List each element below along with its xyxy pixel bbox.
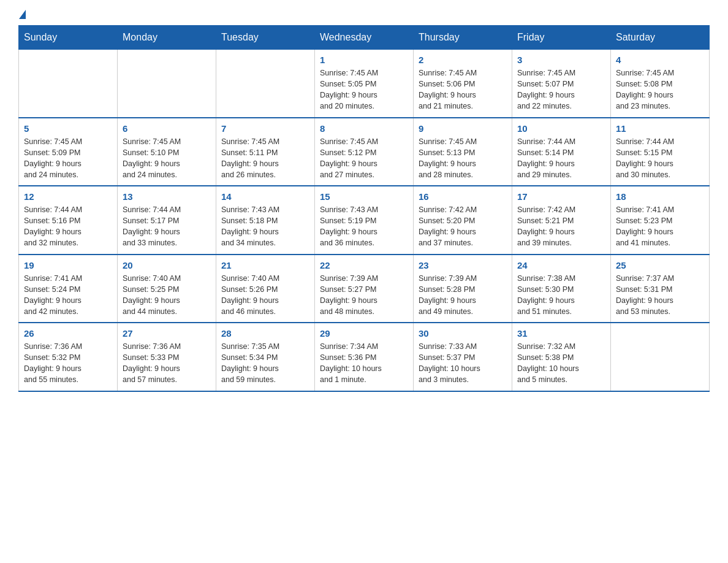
calendar-cell: 22Sunrise: 7:39 AM Sunset: 5:27 PM Dayli…: [315, 255, 414, 323]
day-info: Sunrise: 7:41 AM Sunset: 5:23 PM Dayligh…: [616, 204, 704, 249]
day-info: Sunrise: 7:44 AM Sunset: 5:15 PM Dayligh…: [616, 136, 704, 181]
day-info: Sunrise: 7:45 AM Sunset: 5:11 PM Dayligh…: [221, 136, 309, 181]
calendar-cell: 13Sunrise: 7:44 AM Sunset: 5:17 PM Dayli…: [118, 186, 216, 255]
calendar-cell: 3Sunrise: 7:45 AM Sunset: 5:07 PM Daylig…: [512, 50, 611, 118]
day-info: Sunrise: 7:40 AM Sunset: 5:26 PM Dayligh…: [221, 273, 309, 318]
day-info: Sunrise: 7:33 AM Sunset: 5:37 PM Dayligh…: [419, 341, 507, 386]
weekday-header-row: SundayMondayTuesdayWednesdayThursdayFrid…: [19, 26, 710, 50]
day-info: Sunrise: 7:39 AM Sunset: 5:28 PM Dayligh…: [419, 273, 507, 318]
calendar-week-5: 26Sunrise: 7:36 AM Sunset: 5:32 PM Dayli…: [19, 323, 710, 391]
calendar-cell: 25Sunrise: 7:37 AM Sunset: 5:31 PM Dayli…: [611, 255, 710, 323]
calendar-cell: 4Sunrise: 7:45 AM Sunset: 5:08 PM Daylig…: [611, 50, 710, 118]
calendar-cell: 9Sunrise: 7:45 AM Sunset: 5:13 PM Daylig…: [414, 118, 512, 186]
weekday-header-friday: Friday: [512, 26, 611, 50]
calendar-cell: [216, 50, 315, 118]
calendar-cell: 17Sunrise: 7:42 AM Sunset: 5:21 PM Dayli…: [512, 186, 611, 255]
day-number: 3: [517, 55, 605, 65]
day-number: 1: [320, 55, 408, 65]
day-info: Sunrise: 7:45 AM Sunset: 5:12 PM Dayligh…: [320, 136, 408, 181]
weekday-header-tuesday: Tuesday: [216, 26, 315, 50]
day-info: Sunrise: 7:36 AM Sunset: 5:32 PM Dayligh…: [24, 341, 112, 386]
calendar-cell: 27Sunrise: 7:36 AM Sunset: 5:33 PM Dayli…: [118, 323, 216, 391]
calendar-cell: 16Sunrise: 7:42 AM Sunset: 5:20 PM Dayli…: [414, 186, 512, 255]
calendar-body: 1Sunrise: 7:45 AM Sunset: 5:05 PM Daylig…: [19, 50, 710, 391]
day-info: Sunrise: 7:35 AM Sunset: 5:34 PM Dayligh…: [221, 341, 309, 386]
day-info: Sunrise: 7:39 AM Sunset: 5:27 PM Dayligh…: [320, 273, 408, 318]
day-number: 24: [517, 260, 605, 270]
day-number: 15: [320, 191, 408, 202]
day-number: 27: [123, 328, 211, 339]
calendar-table: SundayMondayTuesdayWednesdayThursdayFrid…: [18, 25, 710, 392]
weekday-header-wednesday: Wednesday: [315, 26, 414, 50]
calendar-cell: 15Sunrise: 7:43 AM Sunset: 5:19 PM Dayli…: [315, 186, 414, 255]
day-number: 25: [616, 260, 704, 270]
calendar-cell: 2Sunrise: 7:45 AM Sunset: 5:06 PM Daylig…: [414, 50, 512, 118]
calendar-cell: 19Sunrise: 7:41 AM Sunset: 5:24 PM Dayli…: [19, 255, 118, 323]
page-header: [18, 12, 710, 19]
day-info: Sunrise: 7:40 AM Sunset: 5:25 PM Dayligh…: [123, 273, 211, 318]
weekday-header-monday: Monday: [118, 26, 216, 50]
calendar-cell: 28Sunrise: 7:35 AM Sunset: 5:34 PM Dayli…: [216, 323, 315, 391]
calendar-cell: 30Sunrise: 7:33 AM Sunset: 5:37 PM Dayli…: [414, 323, 512, 391]
calendar-header: SundayMondayTuesdayWednesdayThursdayFrid…: [19, 26, 710, 50]
day-number: 22: [320, 260, 408, 270]
day-number: 18: [616, 191, 704, 202]
day-number: 12: [24, 191, 112, 202]
day-info: Sunrise: 7:45 AM Sunset: 5:07 PM Dayligh…: [517, 67, 605, 112]
day-info: Sunrise: 7:41 AM Sunset: 5:24 PM Dayligh…: [24, 273, 112, 318]
calendar-cell: 10Sunrise: 7:44 AM Sunset: 5:14 PM Dayli…: [512, 118, 611, 186]
day-info: Sunrise: 7:45 AM Sunset: 5:09 PM Dayligh…: [24, 136, 112, 181]
day-info: Sunrise: 7:34 AM Sunset: 5:36 PM Dayligh…: [320, 341, 408, 386]
calendar-cell: [19, 50, 118, 118]
day-number: 13: [123, 191, 211, 202]
day-number: 30: [419, 328, 507, 339]
day-info: Sunrise: 7:42 AM Sunset: 5:21 PM Dayligh…: [517, 204, 605, 249]
weekday-header-thursday: Thursday: [414, 26, 512, 50]
day-number: 6: [123, 123, 211, 134]
day-number: 21: [221, 260, 309, 270]
day-info: Sunrise: 7:45 AM Sunset: 5:13 PM Dayligh…: [419, 136, 507, 181]
day-number: 17: [517, 191, 605, 202]
day-info: Sunrise: 7:36 AM Sunset: 5:33 PM Dayligh…: [123, 341, 211, 386]
day-info: Sunrise: 7:43 AM Sunset: 5:19 PM Dayligh…: [320, 204, 408, 249]
day-info: Sunrise: 7:42 AM Sunset: 5:20 PM Dayligh…: [419, 204, 507, 249]
calendar-cell: 6Sunrise: 7:45 AM Sunset: 5:10 PM Daylig…: [118, 118, 216, 186]
day-number: 29: [320, 328, 408, 339]
day-info: Sunrise: 7:45 AM Sunset: 5:06 PM Dayligh…: [419, 67, 507, 112]
day-number: 14: [221, 191, 309, 202]
day-info: Sunrise: 7:45 AM Sunset: 5:10 PM Dayligh…: [123, 136, 211, 181]
day-number: 26: [24, 328, 112, 339]
day-number: 16: [419, 191, 507, 202]
day-info: Sunrise: 7:37 AM Sunset: 5:31 PM Dayligh…: [616, 273, 704, 318]
calendar-cell: 23Sunrise: 7:39 AM Sunset: 5:28 PM Dayli…: [414, 255, 512, 323]
day-number: 20: [123, 260, 211, 270]
calendar-cell: 1Sunrise: 7:45 AM Sunset: 5:05 PM Daylig…: [315, 50, 414, 118]
calendar-week-2: 5Sunrise: 7:45 AM Sunset: 5:09 PM Daylig…: [19, 118, 710, 186]
day-number: 4: [616, 55, 704, 65]
day-number: 23: [419, 260, 507, 270]
calendar-cell: 12Sunrise: 7:44 AM Sunset: 5:16 PM Dayli…: [19, 186, 118, 255]
day-info: Sunrise: 7:43 AM Sunset: 5:18 PM Dayligh…: [221, 204, 309, 249]
calendar-cell: [611, 323, 710, 391]
day-info: Sunrise: 7:44 AM Sunset: 5:17 PM Dayligh…: [123, 204, 211, 249]
weekday-header-sunday: Sunday: [19, 26, 118, 50]
calendar-week-1: 1Sunrise: 7:45 AM Sunset: 5:05 PM Daylig…: [19, 50, 710, 118]
calendar-week-4: 19Sunrise: 7:41 AM Sunset: 5:24 PM Dayli…: [19, 255, 710, 323]
weekday-header-saturday: Saturday: [611, 26, 710, 50]
calendar-cell: 24Sunrise: 7:38 AM Sunset: 5:30 PM Dayli…: [512, 255, 611, 323]
calendar-cell: 21Sunrise: 7:40 AM Sunset: 5:26 PM Dayli…: [216, 255, 315, 323]
calendar-cell: 31Sunrise: 7:32 AM Sunset: 5:38 PM Dayli…: [512, 323, 611, 391]
logo: [18, 12, 26, 19]
day-number: 5: [24, 123, 112, 134]
calendar-cell: 18Sunrise: 7:41 AM Sunset: 5:23 PM Dayli…: [611, 186, 710, 255]
calendar-cell: [118, 50, 216, 118]
calendar-cell: 20Sunrise: 7:40 AM Sunset: 5:25 PM Dayli…: [118, 255, 216, 323]
day-number: 9: [419, 123, 507, 134]
calendar-week-3: 12Sunrise: 7:44 AM Sunset: 5:16 PM Dayli…: [19, 186, 710, 255]
day-number: 11: [616, 123, 704, 134]
day-info: Sunrise: 7:44 AM Sunset: 5:16 PM Dayligh…: [24, 204, 112, 249]
calendar-cell: 26Sunrise: 7:36 AM Sunset: 5:32 PM Dayli…: [19, 323, 118, 391]
logo-arrow-icon: [19, 10, 26, 19]
day-info: Sunrise: 7:45 AM Sunset: 5:08 PM Dayligh…: [616, 67, 704, 112]
calendar-cell: 29Sunrise: 7:34 AM Sunset: 5:36 PM Dayli…: [315, 323, 414, 391]
